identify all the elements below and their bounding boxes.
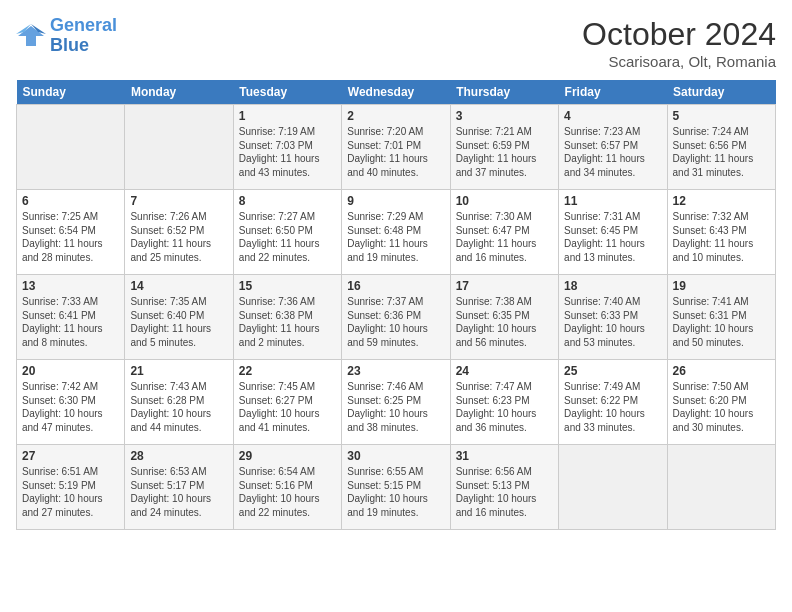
calendar-cell: 10Sunrise: 7:30 AM Sunset: 6:47 PM Dayli… [450, 190, 558, 275]
day-number: 13 [22, 279, 119, 293]
cell-sun-info: Sunrise: 6:55 AM Sunset: 5:15 PM Dayligh… [347, 465, 444, 519]
cell-sun-info: Sunrise: 7:25 AM Sunset: 6:54 PM Dayligh… [22, 210, 119, 264]
calendar-cell: 2Sunrise: 7:20 AM Sunset: 7:01 PM Daylig… [342, 105, 450, 190]
calendar-cell: 13Sunrise: 7:33 AM Sunset: 6:41 PM Dayli… [17, 275, 125, 360]
day-number: 28 [130, 449, 227, 463]
day-number: 25 [564, 364, 661, 378]
cell-sun-info: Sunrise: 7:38 AM Sunset: 6:35 PM Dayligh… [456, 295, 553, 349]
calendar-cell: 26Sunrise: 7:50 AM Sunset: 6:20 PM Dayli… [667, 360, 775, 445]
day-number: 29 [239, 449, 336, 463]
day-number: 21 [130, 364, 227, 378]
calendar-cell: 4Sunrise: 7:23 AM Sunset: 6:57 PM Daylig… [559, 105, 667, 190]
cell-sun-info: Sunrise: 7:35 AM Sunset: 6:40 PM Dayligh… [130, 295, 227, 349]
cell-sun-info: Sunrise: 7:41 AM Sunset: 6:31 PM Dayligh… [673, 295, 770, 349]
location: Scarisoara, Olt, Romania [582, 53, 776, 70]
cell-sun-info: Sunrise: 7:29 AM Sunset: 6:48 PM Dayligh… [347, 210, 444, 264]
day-number: 5 [673, 109, 770, 123]
weekday-header-row: SundayMondayTuesdayWednesdayThursdayFrid… [17, 80, 776, 105]
calendar-cell [559, 445, 667, 530]
cell-sun-info: Sunrise: 7:30 AM Sunset: 6:47 PM Dayligh… [456, 210, 553, 264]
day-number: 8 [239, 194, 336, 208]
day-number: 16 [347, 279, 444, 293]
week-row-3: 13Sunrise: 7:33 AM Sunset: 6:41 PM Dayli… [17, 275, 776, 360]
day-number: 17 [456, 279, 553, 293]
day-number: 30 [347, 449, 444, 463]
calendar-cell: 19Sunrise: 7:41 AM Sunset: 6:31 PM Dayli… [667, 275, 775, 360]
day-number: 11 [564, 194, 661, 208]
day-number: 6 [22, 194, 119, 208]
cell-sun-info: Sunrise: 7:31 AM Sunset: 6:45 PM Dayligh… [564, 210, 661, 264]
calendar-cell: 16Sunrise: 7:37 AM Sunset: 6:36 PM Dayli… [342, 275, 450, 360]
weekday-header-friday: Friday [559, 80, 667, 105]
calendar-cell: 27Sunrise: 6:51 AM Sunset: 5:19 PM Dayli… [17, 445, 125, 530]
week-row-5: 27Sunrise: 6:51 AM Sunset: 5:19 PM Dayli… [17, 445, 776, 530]
day-number: 24 [456, 364, 553, 378]
day-number: 22 [239, 364, 336, 378]
cell-sun-info: Sunrise: 7:26 AM Sunset: 6:52 PM Dayligh… [130, 210, 227, 264]
cell-sun-info: Sunrise: 7:46 AM Sunset: 6:25 PM Dayligh… [347, 380, 444, 434]
cell-sun-info: Sunrise: 7:33 AM Sunset: 6:41 PM Dayligh… [22, 295, 119, 349]
calendar-cell: 9Sunrise: 7:29 AM Sunset: 6:48 PM Daylig… [342, 190, 450, 275]
day-number: 9 [347, 194, 444, 208]
calendar-cell: 15Sunrise: 7:36 AM Sunset: 6:38 PM Dayli… [233, 275, 341, 360]
day-number: 7 [130, 194, 227, 208]
cell-sun-info: Sunrise: 7:40 AM Sunset: 6:33 PM Dayligh… [564, 295, 661, 349]
day-number: 27 [22, 449, 119, 463]
cell-sun-info: Sunrise: 7:49 AM Sunset: 6:22 PM Dayligh… [564, 380, 661, 434]
cell-sun-info: Sunrise: 7:27 AM Sunset: 6:50 PM Dayligh… [239, 210, 336, 264]
logo-text: General Blue [50, 16, 117, 56]
title-block: October 2024 Scarisoara, Olt, Romania [582, 16, 776, 70]
calendar-cell: 24Sunrise: 7:47 AM Sunset: 6:23 PM Dayli… [450, 360, 558, 445]
cell-sun-info: Sunrise: 6:56 AM Sunset: 5:13 PM Dayligh… [456, 465, 553, 519]
weekday-header-thursday: Thursday [450, 80, 558, 105]
cell-sun-info: Sunrise: 7:43 AM Sunset: 6:28 PM Dayligh… [130, 380, 227, 434]
weekday-header-monday: Monday [125, 80, 233, 105]
week-row-4: 20Sunrise: 7:42 AM Sunset: 6:30 PM Dayli… [17, 360, 776, 445]
cell-sun-info: Sunrise: 7:36 AM Sunset: 6:38 PM Dayligh… [239, 295, 336, 349]
calendar-cell: 5Sunrise: 7:24 AM Sunset: 6:56 PM Daylig… [667, 105, 775, 190]
calendar-cell: 7Sunrise: 7:26 AM Sunset: 6:52 PM Daylig… [125, 190, 233, 275]
calendar-cell: 30Sunrise: 6:55 AM Sunset: 5:15 PM Dayli… [342, 445, 450, 530]
calendar-cell [17, 105, 125, 190]
day-number: 14 [130, 279, 227, 293]
day-number: 2 [347, 109, 444, 123]
calendar-cell: 22Sunrise: 7:45 AM Sunset: 6:27 PM Dayli… [233, 360, 341, 445]
weekday-header-tuesday: Tuesday [233, 80, 341, 105]
calendar-cell: 31Sunrise: 6:56 AM Sunset: 5:13 PM Dayli… [450, 445, 558, 530]
day-number: 4 [564, 109, 661, 123]
calendar-cell: 18Sunrise: 7:40 AM Sunset: 6:33 PM Dayli… [559, 275, 667, 360]
calendar-table: SundayMondayTuesdayWednesdayThursdayFrid… [16, 80, 776, 530]
calendar-cell [125, 105, 233, 190]
calendar-cell: 11Sunrise: 7:31 AM Sunset: 6:45 PM Dayli… [559, 190, 667, 275]
month-title: October 2024 [582, 16, 776, 53]
calendar-cell: 12Sunrise: 7:32 AM Sunset: 6:43 PM Dayli… [667, 190, 775, 275]
calendar-cell: 6Sunrise: 7:25 AM Sunset: 6:54 PM Daylig… [17, 190, 125, 275]
cell-sun-info: Sunrise: 7:37 AM Sunset: 6:36 PM Dayligh… [347, 295, 444, 349]
page-header: General Blue October 2024 Scarisoara, Ol… [16, 16, 776, 70]
cell-sun-info: Sunrise: 7:19 AM Sunset: 7:03 PM Dayligh… [239, 125, 336, 179]
day-number: 23 [347, 364, 444, 378]
weekday-header-sunday: Sunday [17, 80, 125, 105]
cell-sun-info: Sunrise: 6:53 AM Sunset: 5:17 PM Dayligh… [130, 465, 227, 519]
calendar-cell: 1Sunrise: 7:19 AM Sunset: 7:03 PM Daylig… [233, 105, 341, 190]
day-number: 3 [456, 109, 553, 123]
cell-sun-info: Sunrise: 7:21 AM Sunset: 6:59 PM Dayligh… [456, 125, 553, 179]
day-number: 20 [22, 364, 119, 378]
cell-sun-info: Sunrise: 7:20 AM Sunset: 7:01 PM Dayligh… [347, 125, 444, 179]
day-number: 26 [673, 364, 770, 378]
cell-sun-info: Sunrise: 7:45 AM Sunset: 6:27 PM Dayligh… [239, 380, 336, 434]
cell-sun-info: Sunrise: 7:47 AM Sunset: 6:23 PM Dayligh… [456, 380, 553, 434]
day-number: 31 [456, 449, 553, 463]
cell-sun-info: Sunrise: 7:23 AM Sunset: 6:57 PM Dayligh… [564, 125, 661, 179]
calendar-cell: 29Sunrise: 6:54 AM Sunset: 5:16 PM Dayli… [233, 445, 341, 530]
cell-sun-info: Sunrise: 7:42 AM Sunset: 6:30 PM Dayligh… [22, 380, 119, 434]
svg-marker-0 [18, 26, 44, 46]
calendar-cell: 21Sunrise: 7:43 AM Sunset: 6:28 PM Dayli… [125, 360, 233, 445]
calendar-cell: 23Sunrise: 7:46 AM Sunset: 6:25 PM Dayli… [342, 360, 450, 445]
day-number: 19 [673, 279, 770, 293]
cell-sun-info: Sunrise: 7:50 AM Sunset: 6:20 PM Dayligh… [673, 380, 770, 434]
calendar-cell: 20Sunrise: 7:42 AM Sunset: 6:30 PM Dayli… [17, 360, 125, 445]
cell-sun-info: Sunrise: 6:54 AM Sunset: 5:16 PM Dayligh… [239, 465, 336, 519]
cell-sun-info: Sunrise: 7:24 AM Sunset: 6:56 PM Dayligh… [673, 125, 770, 179]
day-number: 18 [564, 279, 661, 293]
